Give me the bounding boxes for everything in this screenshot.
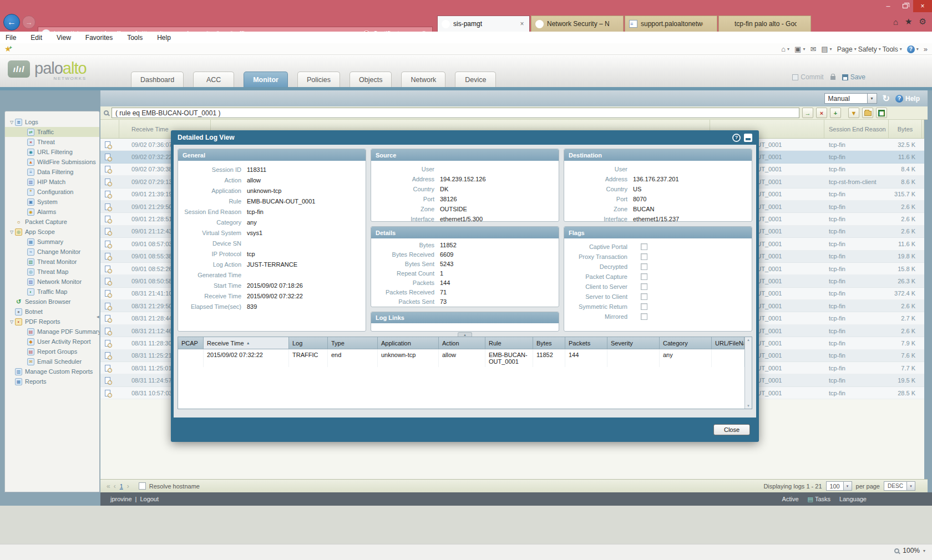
nav-tab[interactable]: ACC [193, 72, 234, 87]
sidebar-item[interactable]: Manage PDF Summary [5, 327, 99, 337]
save-button[interactable]: Save [842, 73, 865, 81]
sidebar-item[interactable]: User Activity Report [5, 337, 99, 347]
sidebar-item[interactable]: Change Monitor [5, 247, 99, 257]
sidebar-item[interactable]: System [5, 197, 99, 207]
sidebar-item[interactable]: Traffic Map [5, 287, 99, 297]
column-header[interactable]: Receive Time ▲ [204, 337, 289, 349]
clear-filter-button[interactable]: × [816, 108, 827, 118]
close-tab-icon[interactable]: × [519, 20, 525, 28]
nav-tab[interactable]: Network [401, 72, 445, 87]
flag-checkbox[interactable] [641, 283, 647, 290]
sidebar-collapse-icon[interactable]: ◂ [97, 314, 99, 319]
sidebar-item[interactable]: Report Groups [5, 347, 99, 357]
log-detail-icon[interactable] [105, 303, 110, 309]
log-detail-icon[interactable] [105, 340, 110, 347]
tree-expander-icon[interactable]: ▽ [8, 120, 15, 125]
column-header[interactable]: Rule [485, 337, 533, 349]
next-page-icon[interactable]: › [127, 482, 129, 490]
sidebar-item[interactable]: Manage Custom Reports [5, 366, 99, 376]
sidebar-item[interactable]: Threat [5, 137, 99, 147]
sidebar-item[interactable]: Configuration [5, 187, 99, 197]
column-header[interactable]: Severity [607, 337, 660, 349]
mail-icon[interactable]: ✉ [810, 45, 816, 53]
log-detail-icon[interactable] [105, 166, 110, 172]
apply-filter-button[interactable]: → [802, 108, 813, 118]
command-menu[interactable]: Tools▾ [883, 45, 902, 53]
nav-tab[interactable]: Objects [350, 72, 392, 87]
refresh-icon[interactable]: ↻ [883, 93, 890, 104]
sidebar-item[interactable]: ▽ Logs [5, 117, 99, 127]
dialog-help-icon[interactable]: ? [732, 134, 741, 142]
back-button[interactable]: ← [3, 14, 20, 30]
page-number[interactable]: 1 [120, 483, 123, 490]
home-icon[interactable]: ⌂ [893, 17, 898, 27]
menu-item[interactable]: File [6, 34, 16, 42]
log-detail-icon[interactable] [105, 154, 110, 160]
refresh-mode-select[interactable]: Manual ▾ [824, 93, 877, 104]
feed-icon[interactable]: ▣ [794, 45, 801, 53]
nav-tab[interactable]: Dashboard [131, 72, 184, 87]
log-detail-icon[interactable] [105, 315, 110, 322]
browser-zoom-control[interactable]: 100% ▾ [894, 547, 925, 554]
column-header-bytes[interactable]: Bytes [889, 120, 922, 138]
per-page-input[interactable]: 100 [826, 481, 844, 491]
help-button[interactable]: ?Help [895, 95, 920, 103]
column-header[interactable]: Application [378, 337, 439, 349]
export-csv-button[interactable]: ▦ [876, 108, 887, 118]
flag-checkbox[interactable] [641, 243, 647, 250]
flag-checkbox[interactable] [641, 273, 647, 280]
log-detail-icon[interactable] [105, 241, 110, 247]
column-header[interactable]: Action [439, 337, 485, 349]
flag-checkbox[interactable] [641, 303, 647, 310]
sidebar-item[interactable]: ▽ App Scope [5, 227, 99, 237]
sidebar-item[interactable]: Data Filtering [5, 167, 99, 177]
log-detail-icon[interactable] [105, 141, 110, 148]
browser-tab[interactable]: tcp-fin palo alto - Google S... [718, 16, 811, 32]
sidebar-item[interactable]: Packet Capture [5, 217, 99, 227]
close-window-button[interactable]: × [913, 0, 932, 12]
tree-expander-icon[interactable]: ▽ [8, 230, 15, 235]
overflow-chevron-icon[interactable]: » [924, 45, 928, 53]
sidebar-item[interactable]: HIP Match [5, 177, 99, 187]
print-icon[interactable]: ▤ [821, 45, 828, 53]
tree-expander-icon[interactable]: ▽ [8, 319, 15, 324]
menu-item[interactable]: Favorites [85, 34, 113, 42]
column-header[interactable]: Type [328, 337, 378, 349]
sidebar-item[interactable]: Network Monitor [5, 277, 99, 287]
column-header[interactable]: Packets [565, 337, 607, 349]
nav-tab[interactable]: Monitor [244, 72, 288, 87]
column-header[interactable]: Log [289, 337, 328, 349]
chevron-down-icon[interactable]: ▾ [868, 93, 877, 104]
nav-tab[interactable]: Device [455, 72, 496, 87]
flag-checkbox[interactable] [641, 263, 647, 270]
chevron-down-icon[interactable]: ▾ [907, 481, 915, 491]
restore-window-button[interactable] [896, 0, 913, 12]
help-icon[interactable]: ? [907, 45, 915, 53]
sidebar-item[interactable]: WildFire Submissions [5, 157, 99, 167]
browser-tab[interactable]: sis-pamgt × [437, 16, 530, 32]
menu-item[interactable]: View [57, 34, 71, 42]
settings-gear-icon[interactable]: ⚙ [919, 17, 926, 27]
sidebar-item[interactable]: Botnet [5, 307, 99, 317]
column-header[interactable]: Category [660, 337, 712, 349]
command-menu[interactable]: Safety▾ [858, 45, 881, 53]
log-detail-icon[interactable] [105, 216, 110, 222]
log-detail-icon[interactable] [105, 377, 110, 384]
sidebar-item[interactable]: Reports [5, 376, 99, 386]
commit-button[interactable]: Commit [792, 73, 823, 81]
browser-tab[interactable]: support.paloaltonetworks.c... [625, 16, 717, 32]
sidebar-item[interactable]: Threat Map [5, 267, 99, 277]
related-log-row[interactable]: 2015/09/02 07:32:22TRAFFICendunknown-tcp… [178, 349, 744, 367]
log-detail-icon[interactable] [105, 290, 110, 297]
save-filter-button[interactable]: ▼ [848, 108, 859, 118]
prev-page-icon[interactable]: ‹ [114, 482, 116, 490]
log-detail-icon[interactable] [105, 191, 110, 197]
forward-button[interactable]: → [22, 16, 36, 29]
first-page-icon[interactable]: « [107, 482, 110, 490]
log-detail-icon[interactable] [105, 390, 110, 396]
sidebar-item[interactable]: Summary [5, 237, 99, 247]
add-favorite-icon[interactable]: ★ [4, 44, 14, 53]
column-header[interactable]: URL/FileName [712, 337, 744, 349]
flag-checkbox[interactable] [641, 293, 647, 300]
sidebar-item[interactable]: Alarms [5, 207, 99, 217]
